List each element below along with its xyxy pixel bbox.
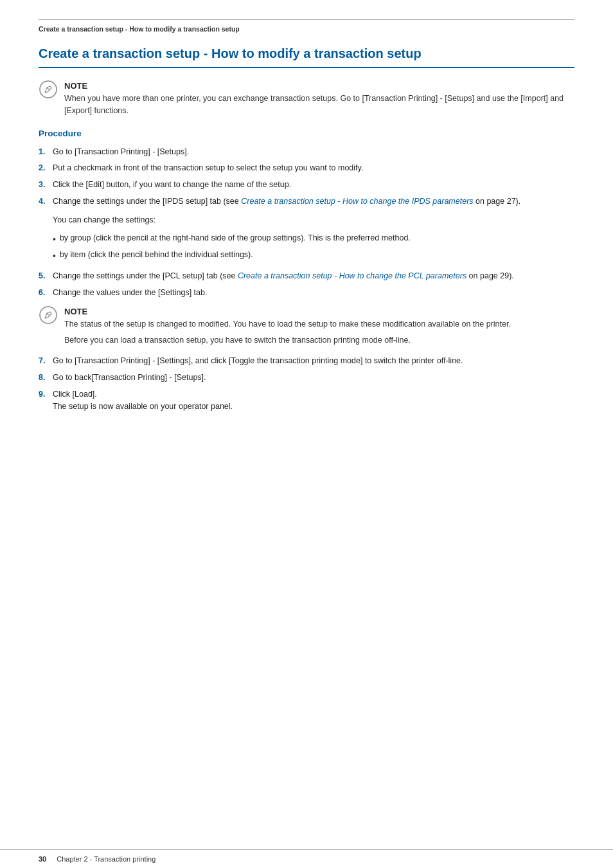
step-9: 9. Click [Load]. The setup is now availa…: [39, 388, 574, 413]
page-footer: 30 Chapter 2 - Transaction printing: [0, 849, 613, 868]
svg-point-0: [40, 81, 57, 98]
step-4-sub-list: • by group (click the pencil at the righ…: [53, 232, 574, 263]
step-content-5: Change the settings under the [PCL setup…: [53, 270, 574, 282]
note-text-1: When you have more than one printer, you…: [64, 93, 574, 117]
step-num-3: 3.: [39, 179, 53, 191]
svg-point-1: [40, 307, 57, 323]
procedure-heading: Procedure: [39, 129, 574, 138]
step-1: 1. Go to [Transaction Printing] - [Setup…: [39, 146, 574, 158]
step-content-9: Click [Load]. The setup is now available…: [53, 388, 574, 413]
step-num-8: 8.: [39, 372, 53, 384]
step-num-2: 2.: [39, 162, 53, 174]
step-3: 3. Click the [Edit] button, if you want …: [39, 179, 574, 191]
breadcrumb-text: Create a transaction setup - How to modi…: [39, 25, 240, 33]
step-content-7: Go to [Transaction Printing] - [Settings…: [53, 355, 574, 367]
step-4-sub-note: You can change the settings:: [53, 214, 574, 226]
sub-item-2: • by item (click the pencil behind the i…: [53, 249, 574, 263]
footer-page-num: 30: [39, 855, 46, 863]
sub-item-1-text: by group (click the pencil at the right-…: [60, 232, 411, 244]
step-num-7: 7.: [39, 355, 53, 367]
note-content-1: NOTE When you have more than one printer…: [64, 81, 574, 117]
bullet-2: •: [53, 249, 56, 263]
footer-chapter: Chapter 2 - Transaction printing: [57, 855, 155, 863]
step-content-4: Change the settings under the [IPDS setu…: [53, 195, 574, 266]
note-content-2: NOTE The status of the setup is changed …: [64, 307, 511, 347]
step-content-2: Put a checkmark in front of the transact…: [53, 162, 574, 174]
step-6: 6. Change the values under the [Settings…: [39, 287, 574, 299]
step-content-8: Go to back[Transaction Printing] - [Setu…: [53, 372, 574, 384]
step-num-1: 1.: [39, 146, 53, 158]
step-content-1: Go to [Transaction Printing] - [Setups].: [53, 146, 574, 158]
ipds-link[interactable]: Create a transaction setup - How to chan…: [241, 197, 473, 206]
bullet-1: •: [53, 233, 56, 246]
pcl-link[interactable]: Create a transaction setup - How to chan…: [238, 271, 466, 280]
step-8: 8. Go to back[Transaction Printing] - [S…: [39, 372, 574, 384]
note-text-2a: The status of the setup is changed to mo…: [64, 318, 511, 330]
step-num-6: 6.: [39, 287, 53, 299]
note-label-2: NOTE: [64, 307, 511, 316]
breadcrumb: Create a transaction setup - How to modi…: [39, 19, 574, 33]
page-title: Create a transaction setup - How to modi…: [39, 45, 574, 68]
step-7: 7. Go to [Transaction Printing] - [Setti…: [39, 355, 574, 367]
sub-item-1: • by group (click the pencil at the righ…: [53, 232, 574, 246]
note-icon-2: [39, 305, 58, 329]
procedure-list-1: 1. Go to [Transaction Printing] - [Setup…: [39, 146, 574, 299]
step-num-5: 5.: [39, 270, 53, 282]
note-icon-1: [39, 80, 58, 104]
step-5: 5. Change the settings under the [PCL se…: [39, 270, 574, 282]
note-box-2: NOTE The status of the setup is changed …: [39, 307, 574, 347]
note-label-1: NOTE: [64, 81, 574, 91]
procedure-list-2: 7. Go to [Transaction Printing] - [Setti…: [39, 355, 574, 412]
step-4: 4. Change the settings under the [IPDS s…: [39, 195, 574, 266]
step-9-sub: The setup is now available on your opera…: [53, 402, 233, 411]
note-box-1: NOTE When you have more than one printer…: [39, 81, 574, 117]
step-2: 2. Put a checkmark in front of the trans…: [39, 162, 574, 174]
sub-item-2-text: by item (click the pencil behind the ind…: [60, 249, 253, 261]
step-content-6: Change the values under the [Settings] t…: [53, 287, 574, 299]
step-num-9: 9.: [39, 388, 53, 401]
step-content-3: Click the [Edit] button, if you want to …: [53, 179, 574, 191]
note-text-2b: Before you can load a transaction setup,…: [64, 334, 511, 347]
step-num-4: 4.: [39, 195, 53, 208]
